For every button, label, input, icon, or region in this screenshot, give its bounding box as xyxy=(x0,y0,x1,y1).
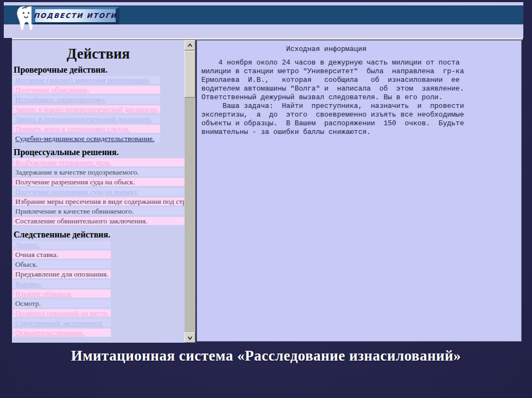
action-item[interactable]: Очная ставка. xyxy=(13,251,111,259)
action-item-label: Обыск. xyxy=(15,260,38,268)
action-item[interactable]: Получение разрешения суда на обыск. xyxy=(13,178,195,186)
action-item[interactable]: Осмотр. xyxy=(13,299,111,307)
action-item[interactable]: Следственный эксперимент. xyxy=(13,319,111,327)
slide-caption: Имитационная система «Расследование изна… xyxy=(0,348,532,364)
action-item-label: Очная ставка. xyxy=(15,251,58,259)
action-item-label: Следственный эксперимент. xyxy=(15,319,103,327)
action-item[interactable]: Освидетельствование. xyxy=(13,329,111,337)
action-item-label: Освидетельствование. xyxy=(15,329,85,337)
action-item-label: Составление обвинительного заключения. xyxy=(15,217,148,225)
action-item[interactable]: Изучение (анализ) заявления потерпевшей. xyxy=(13,76,160,84)
action-item[interactable]: Проверка показаний на месте. xyxy=(13,309,111,317)
action-item[interactable]: Выемка. xyxy=(13,280,111,288)
info-panel-text: 4 ноября около 24 часов в дежурную часть… xyxy=(201,59,517,137)
action-item[interactable]: Привлечение в качестве обвиняемого. xyxy=(13,207,195,215)
action-item[interactable]: Истребовать характеристику. xyxy=(13,95,160,104)
action-item-label: Получение разрешения суда на выемку. xyxy=(15,188,138,196)
section-rows: Изучение (анализ) заявления потерпевшей.… xyxy=(13,76,160,144)
action-item[interactable]: Получение объяснения. xyxy=(13,86,160,94)
action-item[interactable]: Запрос в кожно-венерологический диспансе… xyxy=(13,105,160,113)
action-item[interactable]: Запрос в психоневрологический диспансер. xyxy=(13,115,160,123)
action-item[interactable]: Обыск. xyxy=(13,260,111,268)
action-item-label: Задержание в качестве подозреваемого. xyxy=(15,168,139,176)
action-item[interactable]: Получение разрешения суда на выемку. xyxy=(13,188,195,196)
action-item[interactable]: Принять меры к сохранению следов. xyxy=(13,125,160,133)
section-header: Процессуальные решения. xyxy=(14,147,183,157)
actions-sections: Проверочные действия.Изучение (анализ) з… xyxy=(13,65,183,338)
action-item-label: Предъявление для опознания. xyxy=(15,270,109,278)
action-item-label: Изъятие образцов. xyxy=(15,290,73,298)
action-item[interactable]: Задержание в качестве подозреваемого. xyxy=(13,168,195,176)
action-item[interactable]: Судебно-медицинское освидетельствование. xyxy=(13,134,160,143)
action-item[interactable]: Возбуждение уголовного дела. xyxy=(13,158,195,166)
action-item[interactable]: Предъявление для опознания. xyxy=(13,270,111,278)
section-rows: Возбуждение уголовного дела.Задержание в… xyxy=(13,158,195,227)
info-panel-title: Исходная информация xyxy=(201,45,451,53)
action-item-label: Выемка. xyxy=(15,280,41,288)
action-item-label: Запрос в психоневрологический диспансер. xyxy=(15,115,152,123)
actions-scrollbar[interactable] xyxy=(185,40,195,343)
action-item[interactable]: Допрос. xyxy=(13,241,111,249)
info-panel: Исходная информация 4 ноября около 24 ча… xyxy=(197,40,522,342)
action-item-label: Привлечение в качестве обвиняемого. xyxy=(15,207,134,215)
actions-panel-title: Действия xyxy=(13,46,183,62)
action-item-label: Возбуждение уголовного дела. xyxy=(15,158,111,166)
action-item-label: Проверка показаний на месте. xyxy=(15,309,109,317)
summarize-results-button[interactable]: ПОДВЕСТИ ИТОГИ xyxy=(31,7,119,24)
action-item[interactable]: Избрание меры пресечения в виде содержан… xyxy=(13,197,195,206)
action-item-label: Истребовать характеристику. xyxy=(15,95,106,104)
action-item-label: Запрос в кожно-венерологический диспансе… xyxy=(15,105,159,113)
summarize-results-label: ПОДВЕСТИ ИТОГИ xyxy=(34,12,118,20)
action-item-label: Допрос. xyxy=(15,241,40,249)
action-item-label: Избрание меры пресечения в виде содержан… xyxy=(15,197,195,206)
section-header: Проверочные действия. xyxy=(14,65,183,74)
scroll-down-button[interactable] xyxy=(185,332,195,343)
section-header-expertise: Назначение экспертизы xyxy=(14,342,183,343)
window-sub-strip xyxy=(4,24,523,38)
action-item-label: Осмотр. xyxy=(15,299,41,307)
main-content: Действия Проверочные действия.Изучение (… xyxy=(12,40,523,343)
actions-panel: Действия Проверочные действия.Изучение (… xyxy=(12,40,195,343)
scroll-up-button[interactable] xyxy=(185,40,195,50)
chevron-up-icon xyxy=(186,42,194,49)
action-item-label: Получение объяснения. xyxy=(15,86,89,94)
action-item[interactable]: Изъятие образцов. xyxy=(13,290,111,298)
action-item[interactable]: Составление обвинительного заключения. xyxy=(13,217,195,225)
action-item-label: Судебно-медицинское освидетельствование. xyxy=(15,134,154,143)
action-item-label: Получение разрешения суда на обыск. xyxy=(15,178,135,186)
action-item-label: Изучение (анализ) заявления потерпевшей. xyxy=(15,76,150,84)
section-rows: Допрос.Очная ставка.Обыск.Предъявление д… xyxy=(13,241,111,338)
section-header: Следственные действия. xyxy=(14,230,183,239)
scrollbar-thumb[interactable] xyxy=(185,51,195,98)
action-item-label: Принять меры к сохранению следов. xyxy=(15,125,130,133)
chevron-down-icon xyxy=(186,334,194,342)
